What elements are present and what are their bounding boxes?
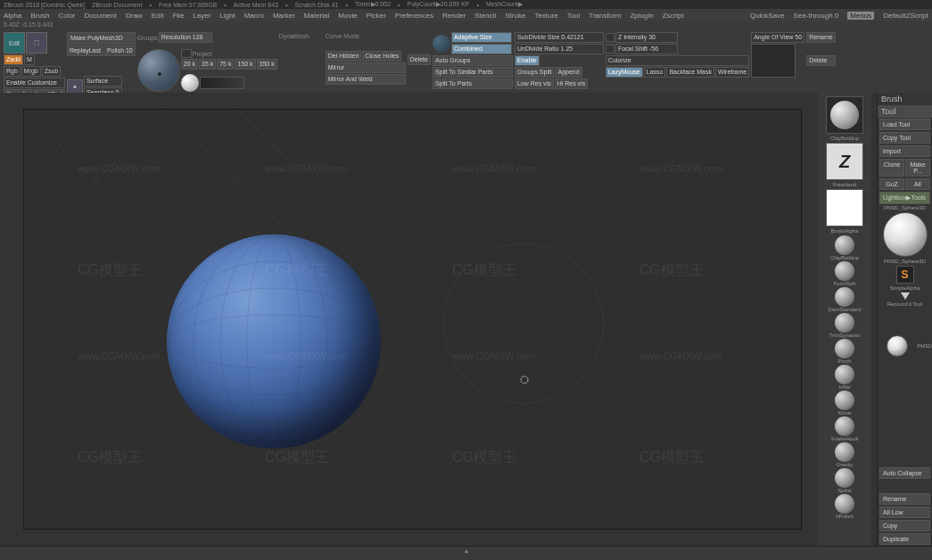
auto-groups-button[interactable]: Auto Groups <box>433 55 513 66</box>
auto-collapse-button[interactable]: Auto Collapse <box>879 467 930 479</box>
material-preview[interactable] <box>137 49 180 92</box>
menu-edit[interactable]: Edit <box>152 12 164 20</box>
menu-zplugin[interactable]: Zplugin <box>630 12 653 20</box>
menu-stroke[interactable]: Stroke <box>505 12 525 20</box>
seethrough-slider[interactable]: See-through 0 <box>794 12 839 20</box>
alpha-thumb[interactable] <box>826 189 863 226</box>
edit-mode-button[interactable]: Edit <box>4 32 25 54</box>
load-tool-side[interactable]: Load Tool <box>879 119 930 130</box>
make-polymesh-button[interactable]: Make PolyMesh3D <box>67 32 136 45</box>
append-button[interactable]: Append <box>555 67 581 78</box>
polygroup-icon[interactable] <box>433 35 450 53</box>
menu-zscript[interactable]: Zscript <box>663 12 684 20</box>
bottom-tray-handle[interactable]: ▴ <box>0 546 932 556</box>
zintensity-slider[interactable]: Z Intensity 30 <box>615 32 678 43</box>
polish-slider[interactable]: Polish 10 <box>104 45 136 56</box>
menu-layer[interactable]: Layer <box>193 12 210 20</box>
del-hidden-button[interactable]: Del Hidden <box>326 51 362 62</box>
brush-item[interactable]: Inflat <box>835 365 854 390</box>
split-similar-button[interactable]: Split To Similar Parts <box>433 67 513 78</box>
mirror-weld-button[interactable]: Mirror And Weld <box>326 74 406 85</box>
menu-material[interactable]: Material <box>304 12 329 20</box>
split-parts-button[interactable]: Split To Parts <box>433 78 513 89</box>
delete-button[interactable]: Delete <box>408 54 431 65</box>
resolution-slider[interactable]: Resolution 128 <box>159 32 212 43</box>
brush-item[interactable]: TrimDynamic <box>829 313 860 338</box>
brush-item[interactable]: ClayBuildup <box>830 235 859 260</box>
copy-tool-side[interactable]: Copy Tool <box>879 132 930 144</box>
quicksave-button[interactable]: QuickSave <box>750 12 785 20</box>
duplicate-button[interactable]: Duplicate <box>879 533 930 545</box>
left-gutter[interactable] <box>0 93 7 546</box>
menu-transform[interactable]: Transform <box>589 12 621 20</box>
menu-draw[interactable]: Draw <box>126 12 143 20</box>
brush-item[interactable]: Move <box>835 391 854 416</box>
brush-item[interactable]: SnakeHook <box>830 416 858 441</box>
brush-item[interactable]: Spiral <box>835 468 854 493</box>
clone-button[interactable]: Clone <box>879 159 904 177</box>
draw-size-preview[interactable] <box>181 74 199 92</box>
brush-item[interactable]: Pinch <box>835 339 854 364</box>
menu-picker[interactable]: Picker <box>367 12 386 20</box>
lightbox-tools-button[interactable]: Lightbox▶Tools <box>879 192 930 204</box>
menu-light[interactable]: Light <box>219 12 235 20</box>
all-low-button[interactable]: All Low <box>879 506 930 518</box>
rgb-button[interactable]: Rgb <box>4 66 21 77</box>
subdiv-20k[interactable]: 20 k <box>181 59 198 70</box>
focal-toggle[interactable] <box>606 45 614 54</box>
all-button[interactable]: All <box>905 178 930 190</box>
focal-shift-slider[interactable]: Focal Shift -56 <box>615 44 678 54</box>
make-p-button[interactable]: Make P... <box>905 159 930 177</box>
backface-button[interactable]: Backface Mask <box>666 67 713 78</box>
menu-render[interactable]: Render <box>442 12 466 20</box>
wireframe-button[interactable]: Wireframe <box>715 67 749 78</box>
tool-preview-sphere[interactable] <box>883 212 928 257</box>
menu-preferences[interactable]: Preferences <box>395 12 433 20</box>
groups-split-button[interactable]: Groups Split <box>515 67 555 78</box>
stroke-thumb[interactable]: Z <box>826 143 863 180</box>
default-zscript[interactable]: DefaultZScript <box>883 12 928 20</box>
zintensity-toggle[interactable] <box>606 33 614 42</box>
camera-preview[interactable] <box>751 44 796 78</box>
brush-item[interactable]: FormSoft <box>834 261 856 286</box>
menu-alpha[interactable]: Alpha <box>4 12 21 20</box>
menu-document[interactable]: Document <box>85 12 117 20</box>
combined-button[interactable]: Combined <box>451 44 512 54</box>
menu-texture[interactable]: Texture <box>534 12 557 20</box>
low-res-button[interactable]: Low Res vis <box>515 78 554 89</box>
subdiv-150k[interactable]: 150 k <box>235 59 255 70</box>
undivide-ratio-slider[interactable]: UnDivide Ratio 1.25 <box>515 44 604 54</box>
draw-mode-button[interactable]: ⬚ <box>26 32 47 54</box>
enable-customize-button[interactable]: Enable Customize <box>4 78 65 88</box>
adaptive-size-button[interactable]: Adaptive Size <box>451 32 512 43</box>
menu-color[interactable]: Color <box>58 12 75 20</box>
zadd-button[interactable]: Zadd <box>4 54 23 65</box>
mirror-button[interactable]: Mirror <box>326 62 406 73</box>
colorize-button[interactable]: Colorize <box>606 55 749 66</box>
project-checkbox[interactable] <box>181 49 192 58</box>
menu-macro[interactable]: Macro <box>244 12 264 20</box>
copy-side-button[interactable]: Copy <box>879 520 930 531</box>
angle-of-view-slider[interactable]: Angle Of View 50 <box>751 32 804 43</box>
rename-button[interactable]: Rename <box>806 32 835 43</box>
surface-button[interactable]: Surface <box>84 76 122 86</box>
subdiv-35k[interactable]: 35 k <box>199 59 216 70</box>
brush-item[interactable]: hPolish <box>835 494 854 519</box>
lasso-button[interactable]: Lasso <box>644 67 666 78</box>
simple-alpha-icon[interactable]: S <box>896 266 914 284</box>
m-button[interactable]: M <box>24 54 35 65</box>
menu-movie[interactable]: Movie <box>338 12 357 20</box>
subdiv-350k[interactable]: 350 k <box>257 59 277 70</box>
menu-file[interactable]: File <box>172 12 184 20</box>
subdiv-75k[interactable]: 75 k <box>217 59 234 70</box>
menu-tool[interactable]: Tool <box>567 12 581 20</box>
subtool-thumb[interactable] <box>887 335 908 357</box>
brush-item[interactable]: Gravity <box>835 442 854 467</box>
delete-subtool-button[interactable]: Delete <box>806 55 835 66</box>
tool-header[interactable]: Tool <box>878 105 932 118</box>
enable-button[interactable]: Enable <box>515 55 540 66</box>
menu-marker[interactable]: Marker <box>273 12 295 20</box>
current-brush-thumb[interactable] <box>826 96 863 134</box>
rename-side-button[interactable]: Rename <box>879 493 930 505</box>
sphere-mesh[interactable] <box>167 235 381 449</box>
